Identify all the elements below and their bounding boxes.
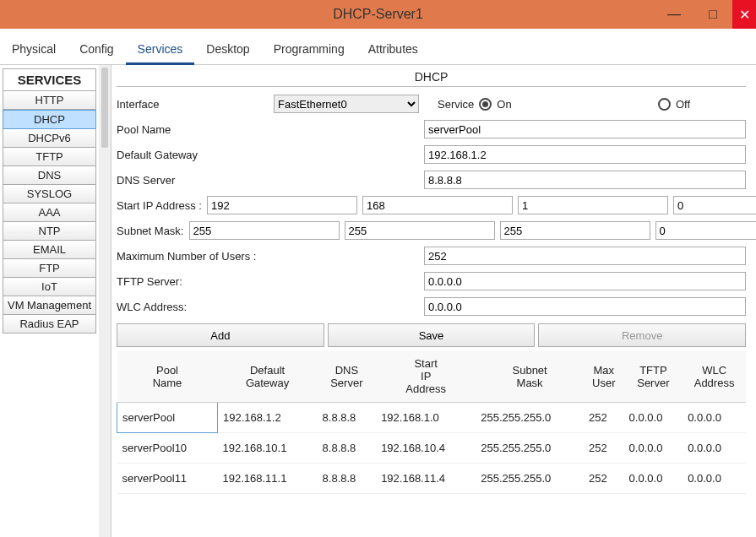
cell-wlc: 0.0.0.0 <box>683 433 746 464</box>
cell-max: 252 <box>584 433 624 464</box>
label-interface: Interface <box>117 98 269 111</box>
cell-wlc: 0.0.0.0 <box>683 464 746 494</box>
table-row[interactable]: serverPool192.168.1.28.8.8.8192.168.1.02… <box>117 403 747 433</box>
table-row[interactable]: serverPool11192.168.11.18.8.8.8192.168.1… <box>117 464 747 494</box>
cell-tftp: 0.0.0.0 <box>624 403 683 433</box>
start-ip-octet-2[interactable] <box>362 196 513 214</box>
column-header[interactable]: DefaultGateway <box>218 350 318 403</box>
window-titlebar: DHCP-Server1 — □ ✕ <box>0 0 756 29</box>
radio-off-wrap[interactable]: Off <box>658 98 690 111</box>
column-header[interactable]: MaxUser <box>584 350 624 403</box>
radio-off[interactable] <box>658 98 671 111</box>
tab-attributes[interactable]: Attributes <box>356 37 430 64</box>
subnet-mask-octet-4[interactable] <box>655 221 757 240</box>
label-off: Off <box>676 98 690 111</box>
label-tftp-server: TFTP Server: <box>117 275 419 288</box>
close-button[interactable]: ✕ <box>732 0 756 29</box>
tab-config[interactable]: Config <box>68 37 125 64</box>
save-button[interactable]: Save <box>328 323 536 347</box>
sidebar-item-iot[interactable]: IoT <box>3 278 96 296</box>
cell-tftp: 0.0.0.0 <box>624 464 683 494</box>
column-header[interactable]: WLCAddress <box>683 350 746 403</box>
tab-desktop[interactable]: Desktop <box>194 37 261 64</box>
sidebar-scrollbar[interactable] <box>99 65 111 537</box>
cell-dns: 8.8.8.8 <box>318 403 377 433</box>
subnet-mask-octet-1[interactable] <box>189 221 340 240</box>
tab-physical[interactable]: Physical <box>0 37 68 64</box>
start-ip-octet-4[interactable] <box>673 196 756 214</box>
sidebar-item-tftp[interactable]: TFTP <box>3 148 96 166</box>
label-start-ip: Start IP Address : <box>117 199 202 212</box>
sidebar-item-dns[interactable]: DNS <box>3 166 96 185</box>
label-subnet-mask: Subnet Mask: <box>117 225 184 237</box>
column-header[interactable]: SubnetMask <box>476 350 584 403</box>
cell-start: 192.168.1.0 <box>376 403 476 433</box>
column-header[interactable]: TFTPServer <box>624 350 683 403</box>
cell-max: 252 <box>584 464 624 494</box>
subnet-mask-octet-3[interactable] <box>500 221 650 240</box>
cell-tftp: 0.0.0.0 <box>624 433 683 464</box>
label-on: On <box>497 98 511 111</box>
cell-start: 192.168.11.4 <box>376 464 476 494</box>
radio-on-wrap[interactable]: On <box>479 98 511 111</box>
default-gateway-input[interactable] <box>424 145 746 164</box>
add-button[interactable]: Add <box>117 323 324 347</box>
label-max-users: Maximum Number of Users : <box>117 250 419 263</box>
label-default-gateway: Default Gateway <box>117 149 419 161</box>
start-ip-octet-3[interactable] <box>518 196 668 214</box>
sidebar-item-vm-management[interactable]: VM Management <box>3 296 96 315</box>
sidebar-item-email[interactable]: EMAIL <box>3 241 96 259</box>
column-header[interactable]: DNSServer <box>318 350 377 403</box>
cell-mask: 255.255.255.0 <box>476 433 584 464</box>
window-title: DHCP-Server1 <box>333 7 423 22</box>
start-ip-octet-1[interactable] <box>207 196 357 214</box>
tab-services[interactable]: Services <box>126 37 195 65</box>
wlc-address-input[interactable] <box>424 297 746 316</box>
cell-gw: 192.168.10.1 <box>218 433 318 464</box>
services-sidebar: SERVICES HTTPDHCPDHCPv6TFTPDNSSYSLOGAAAN… <box>0 65 99 537</box>
sidebar-item-dhcp[interactable]: DHCP <box>3 110 96 129</box>
interface-select[interactable]: FastEthernet0 <box>274 95 419 113</box>
panel-title: DHCP <box>117 70 746 87</box>
cell-gw: 192.168.11.1 <box>218 464 318 494</box>
cell-mask: 255.255.255.0 <box>476 403 584 433</box>
cell-dns: 8.8.8.8 <box>318 464 377 494</box>
label-dns-server: DNS Server <box>117 174 419 187</box>
cell-wlc: 0.0.0.0 <box>683 403 746 433</box>
cell-dns: 8.8.8.8 <box>318 433 377 464</box>
sidebar-item-dhcpv6[interactable]: DHCPv6 <box>3 129 96 148</box>
cell-start: 192.168.10.4 <box>376 433 476 464</box>
cell-max: 252 <box>584 403 624 433</box>
pools-table: PoolNameDefaultGatewayDNSServerStartIPAd… <box>117 350 746 494</box>
sidebar-item-ntp[interactable]: NTP <box>3 222 96 241</box>
radio-on[interactable] <box>479 98 492 111</box>
max-users-input[interactable] <box>424 247 746 265</box>
sidebar-item-http[interactable]: HTTP <box>3 91 96 110</box>
tftp-server-input[interactable] <box>424 272 746 290</box>
cell-pool: serverPool <box>117 403 218 433</box>
cell-pool: serverPool10 <box>117 433 218 464</box>
restore-button[interactable]: □ <box>693 0 732 29</box>
label-service: Service <box>438 98 474 111</box>
dns-server-input[interactable] <box>424 171 746 189</box>
dhcp-panel: DHCP Interface FastEthernet0 Service On … <box>111 65 756 537</box>
subnet-mask-octet-2[interactable] <box>345 221 495 240</box>
pool-name-input[interactable] <box>424 120 746 138</box>
sidebar-item-radius-eap[interactable]: Radius EAP <box>3 315 96 334</box>
column-header[interactable]: PoolName <box>117 350 218 403</box>
sidebar-item-syslog[interactable]: SYSLOG <box>3 185 96 203</box>
remove-button[interactable]: Remove <box>538 323 746 347</box>
top-tabs: Physical Config Services Desktop Program… <box>0 29 756 65</box>
cell-mask: 255.255.255.0 <box>476 464 584 494</box>
sidebar-item-ftp[interactable]: FTP <box>3 259 96 278</box>
cell-gw: 192.168.1.2 <box>218 403 318 433</box>
table-row[interactable]: serverPool10192.168.10.18.8.8.8192.168.1… <box>117 433 747 464</box>
label-wlc-address: WLC Address: <box>117 301 419 313</box>
tab-programming[interactable]: Programming <box>262 37 356 64</box>
sidebar-item-aaa[interactable]: AAA <box>3 203 96 222</box>
cell-pool: serverPool11 <box>117 464 218 494</box>
sidebar-header: SERVICES <box>3 68 96 91</box>
label-pool-name: Pool Name <box>117 123 419 136</box>
minimize-button[interactable]: — <box>655 0 693 29</box>
column-header[interactable]: StartIPAddress <box>376 350 476 403</box>
